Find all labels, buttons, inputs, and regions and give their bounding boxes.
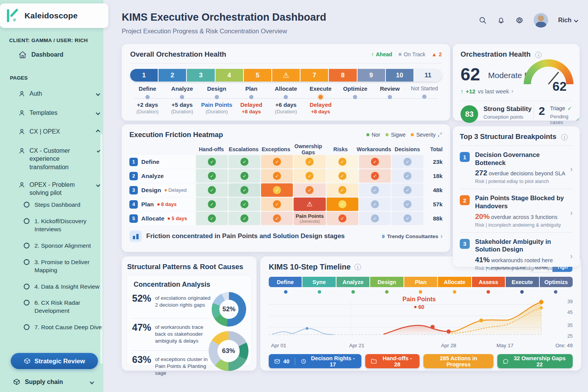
radio-icon — [24, 218, 29, 224]
heatmap-row-plan: 4Plan8 days✓✓✓⚠✓✓✓57k — [129, 198, 443, 211]
bell-icon[interactable] — [497, 16, 505, 24]
timeline-dot-col — [269, 290, 302, 294]
stage-note: +2 days — [130, 101, 165, 108]
check-icon: ✓ — [371, 172, 379, 180]
sidebar-step-2-sponsor-alignment[interactable]: 2. Sponsor Alignment — [24, 238, 103, 254]
stage-dot-icon — [215, 95, 219, 99]
trendy-consultantes-link[interactable]: Trendy Consultantes › — [382, 233, 443, 240]
row-label: 5Allocate5 days — [129, 212, 195, 225]
row-label: 1Define — [129, 155, 195, 168]
stage-dot-icon — [318, 95, 323, 99]
x-axis-tick: Ore: 49 — [555, 343, 573, 348]
sidebar-step-4-data-insight-review[interactable]: 4. Data & Insight Review — [24, 279, 103, 295]
info-icon[interactable]: i — [354, 264, 361, 270]
radio-icon — [24, 284, 29, 289]
stage-label: Optimize — [338, 85, 372, 92]
timeline-dot-col — [438, 290, 471, 294]
legend-dot-icon — [411, 133, 414, 136]
stage-dot-icon — [145, 95, 150, 99]
sidebar-step-6-cx-risk-radar-development[interactable]: 6. CX Risk Radar Development — [24, 295, 103, 319]
stage-subnote: +8 days — [234, 109, 268, 114]
divider — [132, 350, 209, 351]
heatmap-cell: ✓ — [196, 212, 228, 225]
sidebar-item-dashboard[interactable]: Dashboard — [18, 51, 64, 59]
check-icon: ✓ — [240, 214, 248, 222]
sidebar-step-1-kickoff-discovery-interviews[interactable]: 1. Kickoff/Discovery Interviews — [24, 213, 103, 238]
radio-icon — [24, 243, 29, 248]
stage-label: Define — [130, 85, 165, 92]
heatmap-cell: ✓ — [327, 212, 358, 225]
gear-icon[interactable] — [515, 16, 524, 24]
sidebar-item-auth[interactable]: Auth — [18, 85, 100, 104]
sidebar-step-3-promise-to-deliver-mapping[interactable]: 3. Promise to Deliver Mapping — [24, 254, 103, 279]
action-button-hand-offs-28[interactable]: Hand-offs - 28 — [365, 354, 420, 368]
sidebar-item-cx-customer-experience-transformation[interactable]: CX - Customer experience transformation — [18, 142, 100, 176]
check-icon: ✓ — [305, 158, 314, 166]
stage-label: Allocate — [269, 85, 303, 92]
phase-segment-8: 8 — [329, 69, 357, 82]
phase-segment-2: 2 — [158, 69, 187, 82]
heatmap-cell: ✓ — [359, 155, 391, 168]
breakpoint-risk: Risk | potental edlay to piiot alanch — [475, 179, 566, 184]
sidebar-item-templates[interactable]: Templates — [18, 104, 100, 123]
action-button-285-actions-in-progress[interactable]: 285 Actions in Progress — [423, 354, 493, 368]
row-number-badge: 3 — [129, 186, 138, 194]
delta-vs-last-week[interactable]: ↑ +12 vs last week › — [461, 88, 513, 95]
breakpoint-item-1[interactable]: 1Decision Governance Botteneck272overdue… — [460, 146, 573, 189]
stat-percentage: 47% — [132, 322, 151, 333]
breakpoint-item-2[interactable]: 2Pain Points Stage Blocked by Handovers2… — [460, 189, 573, 232]
heatmap-cell: ✓ — [392, 212, 423, 225]
row-number-badge: 5 — [129, 214, 138, 223]
timeline-stage-allocate: Allocate — [438, 277, 472, 287]
red-dot-icon — [414, 306, 416, 308]
status-text: 5 days — [172, 216, 187, 221]
phase-stepper[interactable]: 12345⚠7891011 — [130, 69, 442, 82]
status-dot-icon — [157, 203, 160, 206]
check-icon: ✓ — [371, 200, 379, 208]
action-button-decison-rights-17[interactable]: 40Decison Rights - 17 — [269, 354, 361, 368]
sidebar-item-supply-chain[interactable]: Supply chain — [13, 378, 93, 385]
stat-desc: overdue decisions beyond SLA — [489, 170, 565, 176]
heatmap-cell: ✓ — [294, 183, 325, 197]
heatmap-row-analyze: 2Analyze✓✓✓✓✓✓✓18k — [129, 169, 443, 183]
breakpoint-stat: 41%workarounds rooted here — [475, 256, 566, 264]
heatmap-cell: ✓ — [229, 169, 260, 183]
stage-dot-icon — [353, 95, 357, 99]
heatmap-legend: NorSigweSeverity — [366, 132, 436, 138]
info-icon[interactable]: i — [535, 52, 542, 58]
row-number-badge: 1 — [129, 158, 138, 166]
breakpoint-item-3[interactable]: 3Stakeholder Ambiguity in Solution Desig… — [460, 232, 573, 276]
sidebar-item-cx-opex[interactable]: CX | OPEX — [18, 123, 100, 142]
sidebar-step-7-root-cause-deep-dive[interactable]: 7. Root Cause Deep Dive — [24, 319, 103, 336]
check-icon: ✓ — [338, 158, 346, 166]
user-menu[interactable]: Rich — [558, 17, 578, 24]
triage-sublabel: Pending cases✓ — [550, 114, 580, 125]
strategic-review-button[interactable]: Strategic Review — [11, 353, 98, 369]
column-header-hand-offs: Hand-offs — [195, 146, 227, 152]
stage-optimize: Optimize — [338, 85, 372, 114]
sidebar-item-label: Dashboard — [31, 51, 64, 58]
brand-logo-card[interactable]: Kaleidoscope — [0, 3, 108, 28]
x-axis-tick: Apr 21 — [349, 343, 364, 348]
search-icon[interactable] — [479, 16, 487, 24]
escalations-donut-chart: 52% — [212, 292, 246, 327]
phase-segment-!: ⚠ — [272, 69, 301, 82]
heatmap-cell: ✓ — [196, 155, 228, 168]
action-button-32-ownership-gaps-22[interactable]: 32 Ownership Gaps 22 — [497, 354, 573, 368]
cube-icon — [13, 378, 20, 385]
info-icon[interactable]: i — [561, 134, 568, 140]
y-axis-tick: 39 — [567, 299, 573, 304]
phase-stage-row: Define+2 days(Duration)Analyze+5 days(Du… — [130, 85, 442, 114]
stage-note: +6 days — [269, 101, 303, 108]
radio-icon — [24, 202, 29, 207]
sidebar-item-label: CX | OPEX — [29, 127, 60, 136]
pain-points-cell-label: Pain Points — [296, 213, 324, 219]
sidebar-step-steps-dashboard[interactable]: Steps Dashboard — [24, 197, 103, 213]
legend-label: Sigwe — [391, 132, 405, 138]
stat-desc: workarounds rooted here — [491, 257, 553, 263]
friction-score-chart: Pain Points 60 39453525 — [269, 296, 573, 341]
check-icon: ✓ — [273, 172, 281, 180]
user-avatar[interactable] — [534, 13, 548, 28]
check-icon: ✓ — [208, 158, 216, 166]
expand-icon[interactable] — [437, 132, 443, 137]
